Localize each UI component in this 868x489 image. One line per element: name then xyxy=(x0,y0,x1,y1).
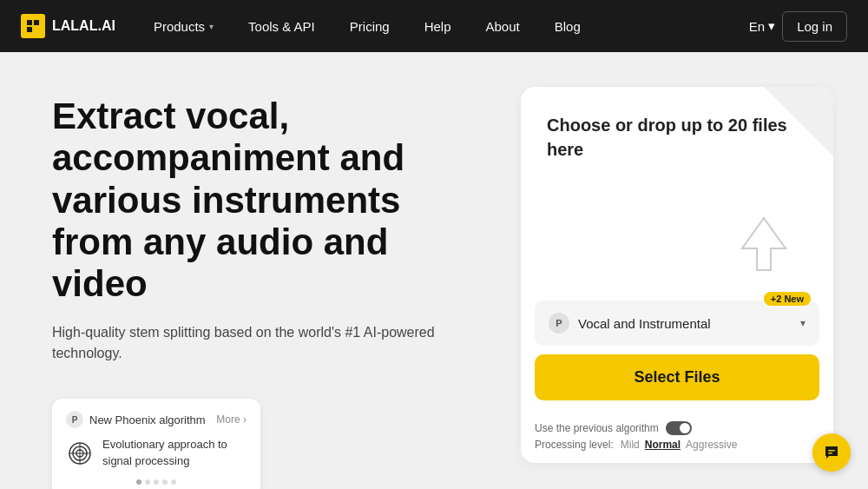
prev-algo-label: Use the previous algorithm xyxy=(535,422,659,434)
prev-algo-toggle[interactable] xyxy=(666,421,692,435)
nav-item-about[interactable]: About xyxy=(469,0,537,52)
nav-item-tools[interactable]: Tools & API xyxy=(231,0,332,52)
nav-item-help[interactable]: Help xyxy=(407,0,469,52)
track-selector[interactable]: +2 New P Vocal and Instrumental ▾ xyxy=(535,301,819,346)
upload-arrow-container xyxy=(738,214,790,274)
nav-items: Products ▾ Tools & API Pricing Help Abou… xyxy=(136,0,749,52)
chat-button[interactable] xyxy=(812,433,851,472)
svg-rect-3 xyxy=(34,27,39,32)
svg-rect-0 xyxy=(27,20,32,25)
track-label: Vocal and Instrumental xyxy=(578,316,792,331)
nav-item-products[interactable]: Products ▾ xyxy=(136,0,231,52)
svg-marker-9 xyxy=(742,218,786,270)
nav-item-blog[interactable]: Blog xyxy=(537,0,598,52)
dot-5 xyxy=(171,479,176,485)
promo-description: Evolutionary approach to signal processi… xyxy=(102,437,247,468)
track-p-icon: P xyxy=(549,313,569,334)
promo-card-left: P New Phoenix algorithm xyxy=(66,411,206,428)
dot-3 xyxy=(154,479,159,485)
promo-more-link[interactable]: More › xyxy=(216,413,247,426)
footer-options: Use the previous algorithm Processing le… xyxy=(521,414,833,463)
products-chevron-icon: ▾ xyxy=(209,22,214,31)
svg-rect-10 xyxy=(828,450,835,452)
processing-levels: Mild Normal Aggressive xyxy=(621,439,738,451)
promo-p-icon: P xyxy=(66,411,83,428)
promo-card-body: Evolutionary approach to signal processi… xyxy=(66,437,247,468)
left-panel: Extract vocal, accompaniment and various… xyxy=(52,87,486,463)
new-badge: +2 New xyxy=(764,292,811,306)
hero-title: Extract vocal, accompaniment and various… xyxy=(52,96,486,305)
logo-icon xyxy=(21,14,45,38)
spiral-icon xyxy=(66,439,94,467)
svg-rect-1 xyxy=(34,20,39,25)
language-selector[interactable]: En ▾ xyxy=(749,18,775,34)
navbar: LALAL.AI Products ▾ Tools & API Pricing … xyxy=(0,0,868,52)
dot-4 xyxy=(162,479,168,485)
level-mild[interactable]: Mild xyxy=(621,439,640,451)
promo-card-header: P New Phoenix algorithm More › xyxy=(66,411,247,428)
level-aggressive[interactable]: Aggressive xyxy=(686,439,737,451)
drop-zone[interactable]: Choose or drop up to 20 files here xyxy=(521,87,833,301)
promo-dots xyxy=(66,479,247,485)
level-normal[interactable]: Normal xyxy=(645,439,681,451)
lang-chevron-icon: ▾ xyxy=(768,18,775,34)
bottom-controls: +2 New P Vocal and Instrumental ▾ Select… xyxy=(521,301,833,414)
login-button[interactable]: Log in xyxy=(782,11,847,42)
select-files-button[interactable]: Select Files xyxy=(535,354,819,400)
nav-item-pricing[interactable]: Pricing xyxy=(332,0,407,52)
algorithm-text: New Phoenix algorithm xyxy=(89,413,206,426)
svg-rect-2 xyxy=(27,27,32,32)
logo[interactable]: LALAL.AI xyxy=(21,14,115,38)
upload-arrow-icon xyxy=(738,214,790,274)
svg-rect-11 xyxy=(828,453,832,454)
dot-2 xyxy=(145,479,150,485)
promo-card: P New Phoenix algorithm More › Evolution… xyxy=(52,399,260,489)
processing-level-row: Processing level: Mild Normal Aggressive xyxy=(535,439,819,451)
processing-label: Processing level: xyxy=(535,439,614,451)
drop-text: Choose or drop up to 20 files here xyxy=(547,113,807,162)
prev-algo-row: Use the previous algorithm xyxy=(535,421,819,435)
main-content: Extract vocal, accompaniment and various… xyxy=(0,52,868,489)
dot-1 xyxy=(136,479,141,485)
upload-panel: Choose or drop up to 20 files here +2 Ne… xyxy=(521,87,833,463)
logo-text: LALAL.AI xyxy=(52,18,115,34)
track-chevron-icon: ▾ xyxy=(800,317,806,329)
hero-subtitle: High-quality stem splitting based on the… xyxy=(52,322,486,364)
nav-right: En ▾ Log in xyxy=(749,11,847,42)
